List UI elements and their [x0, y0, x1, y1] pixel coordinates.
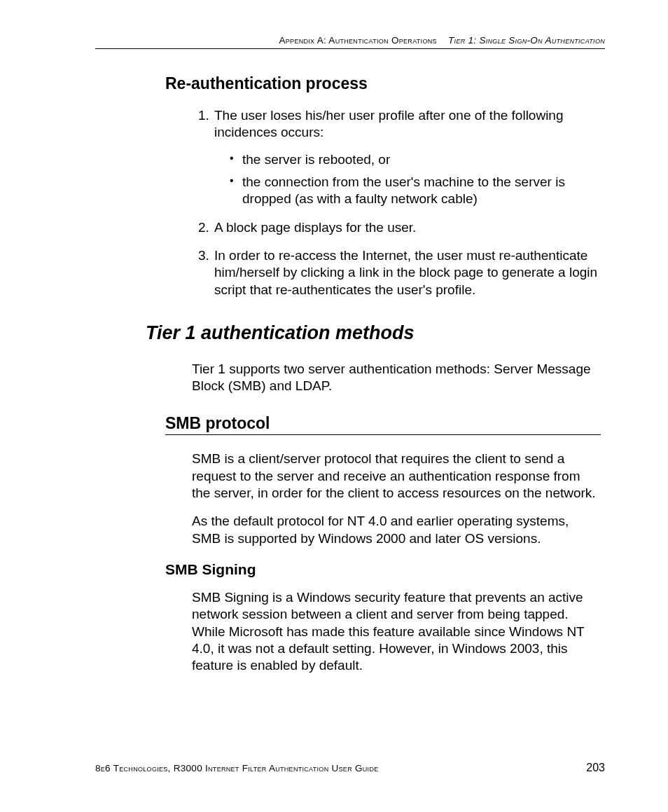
header-tier: Tier 1: Single Sign-On Authentication	[448, 35, 605, 46]
heading-smb-protocol: SMB protocol	[165, 414, 601, 435]
reauth-steps-list: The user loses his/her user profile afte…	[213, 107, 601, 298]
tier1-intro: Tier 1 supports two server authenticatio…	[192, 361, 601, 395]
heading-smb-signing: SMB Signing	[165, 561, 605, 578]
footer-guide-title: 8e6 Technologies, R3000 Internet Filter …	[95, 763, 379, 773]
header-appendix: Appendix A: Authentication Operations	[279, 35, 436, 46]
list-item: In order to re-access the Internet, the …	[213, 247, 601, 298]
list-item: the connection from the user's machine t…	[230, 174, 601, 208]
smb-p1: SMB is a client/server protocol that req…	[192, 450, 601, 502]
heading-tier1-methods: Tier 1 authentication methods	[146, 322, 605, 344]
page-number: 203	[586, 762, 605, 774]
smb-signing-p1: SMB Signing is a Windows security featur…	[192, 589, 601, 675]
smb-p2: As the default protocol for NT 4.0 and e…	[192, 513, 601, 547]
list-item: The user loses his/her user profile afte…	[213, 107, 601, 208]
list-item: A block page displays for the user.	[213, 219, 601, 236]
step-1-text: The user loses his/her user profile afte…	[214, 108, 564, 139]
list-item: the server is rebooted, or	[230, 151, 601, 168]
page-footer: 8e6 Technologies, R3000 Internet Filter …	[63, 762, 605, 774]
running-header: Appendix A: Authentication Operations Ti…	[95, 35, 605, 49]
heading-reauth-process: Re-authentication process	[165, 74, 605, 93]
incidence-bullets: the server is rebooted, or the connectio…	[214, 151, 601, 208]
